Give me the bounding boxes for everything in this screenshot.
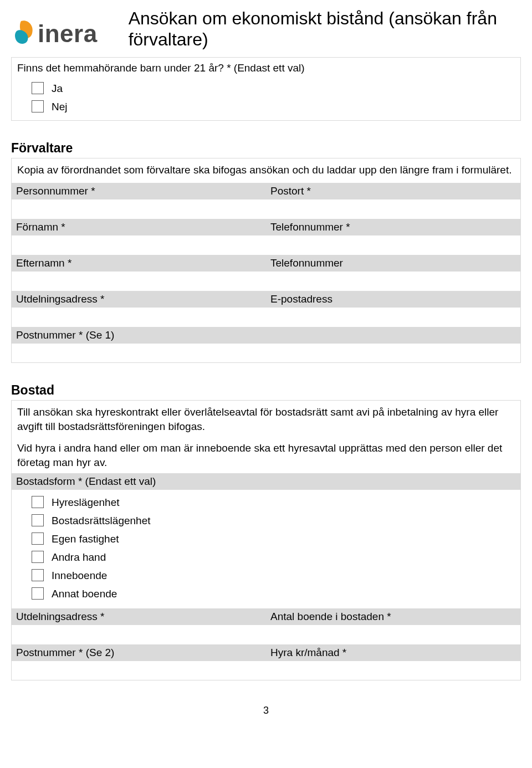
checkbox-icon[interactable]: [32, 82, 44, 94]
page-title: Ansökan om ekonomiskt bistånd (ansökan f…: [129, 8, 521, 50]
intro-forvaltare: Kopia av förordnandet som förvaltare ska…: [17, 163, 515, 181]
checkbox-icon[interactable]: [32, 533, 44, 545]
bostad-p1: Till ansökan ska hyreskontrakt eller öve…: [17, 405, 515, 437]
label-bostad-postnummer: Postnummer * (Se 2): [12, 644, 266, 661]
section-children-question: Finns det hemmahörande barn under 21 år?…: [11, 57, 521, 121]
option-label: Hyreslägenhet: [52, 496, 120, 509]
section-title-bostad: Bostad: [11, 383, 521, 398]
label-postort: Postort *: [266, 183, 520, 199]
input-bostad-utdelningsadress[interactable]: [12, 625, 266, 644]
question-children: Finns det hemmahörande barn under 21 år?…: [17, 61, 515, 79]
option-hyreslagenhet[interactable]: Hyreslägenhet: [17, 492, 515, 510]
input-personnummer[interactable]: [12, 199, 266, 218]
checkbox-icon[interactable]: [32, 551, 44, 563]
input-fornamn[interactable]: [12, 235, 266, 254]
input-efternamn[interactable]: [12, 272, 266, 290]
option-label: Nej: [52, 101, 68, 113]
option-label: Ja: [52, 83, 63, 95]
option-label: Egen fastighet: [52, 533, 119, 545]
label-utdelningsadress: Utdelningsadress *: [12, 291, 266, 308]
section-title-forvaltare: Förvaltare: [11, 141, 521, 156]
label-efternamn: Efternamn *: [12, 255, 266, 272]
option-andra-hand[interactable]: Andra hand: [17, 547, 515, 565]
section-bostad: Till ansökan ska hyreskontrakt eller öve…: [11, 400, 521, 680]
option-bostadsrattslagenhet[interactable]: Bostadsrättslägenhet: [17, 510, 515, 529]
label-bostad-utdelningsadress: Utdelningsadress *: [12, 608, 266, 625]
input-telefonnummer-req[interactable]: [266, 235, 520, 254]
label-antal-boende: Antal boende i bostaden *: [266, 608, 520, 625]
option-ja[interactable]: Ja: [17, 78, 515, 96]
option-egen-fastighet[interactable]: Egen fastighet: [17, 529, 515, 547]
input-utdelningsadress[interactable]: [12, 308, 266, 326]
checkbox-icon[interactable]: [32, 587, 44, 600]
label-epostadress: E-postadress: [266, 291, 520, 308]
label-empty: [266, 327, 520, 344]
option-annat-boende[interactable]: Annat boende: [17, 583, 515, 602]
label-bostadsform: Bostadsform * (Endast ett val): [12, 473, 520, 490]
leaf-icon: [11, 19, 37, 49]
option-nej[interactable]: Nej: [17, 96, 515, 115]
input-bostad-postnummer[interactable]: [12, 661, 266, 680]
checkbox-icon[interactable]: [32, 514, 44, 526]
input-postort[interactable]: [266, 199, 520, 218]
logo: inera: [11, 19, 98, 49]
label-hyra: Hyra kr/månad *: [266, 644, 520, 661]
label-postnummer: Postnummer * (Se 1): [12, 327, 266, 344]
option-label: Bostadsrättslägenhet: [52, 515, 151, 527]
option-label: Inneboende: [52, 570, 107, 582]
input-antal-boende[interactable]: [266, 625, 520, 644]
label-telefonnummer: Telefonnummer: [266, 255, 520, 272]
input-telefonnummer[interactable]: [266, 272, 520, 290]
page-number: 3: [11, 700, 521, 716]
label-telefonnummer-req: Telefonnummer *: [266, 219, 520, 235]
option-label: Annat boende: [52, 588, 117, 600]
section-forvaltare: Kopia av förordnandet som förvaltare ska…: [11, 158, 521, 363]
option-label: Andra hand: [52, 551, 106, 564]
page: inera Ansökan om ekonomiskt bistånd (ans…: [0, 0, 532, 768]
header: inera Ansökan om ekonomiskt bistånd (ans…: [11, 8, 521, 50]
logo-text: inera: [38, 20, 98, 48]
label-fornamn: Förnamn *: [12, 219, 266, 235]
input-epostadress[interactable]: [266, 308, 520, 326]
checkbox-icon[interactable]: [32, 100, 44, 112]
label-personnummer: Personnummer *: [12, 183, 266, 199]
checkbox-icon[interactable]: [32, 569, 44, 581]
input-postnummer[interactable]: [12, 344, 266, 362]
input-empty: [266, 344, 520, 362]
input-hyra[interactable]: [266, 661, 520, 680]
bostad-p2: Vid hyra i andra hand eller om man är in…: [17, 441, 515, 473]
checkbox-icon[interactable]: [32, 496, 44, 508]
option-inneboende[interactable]: Inneboende: [17, 565, 515, 583]
